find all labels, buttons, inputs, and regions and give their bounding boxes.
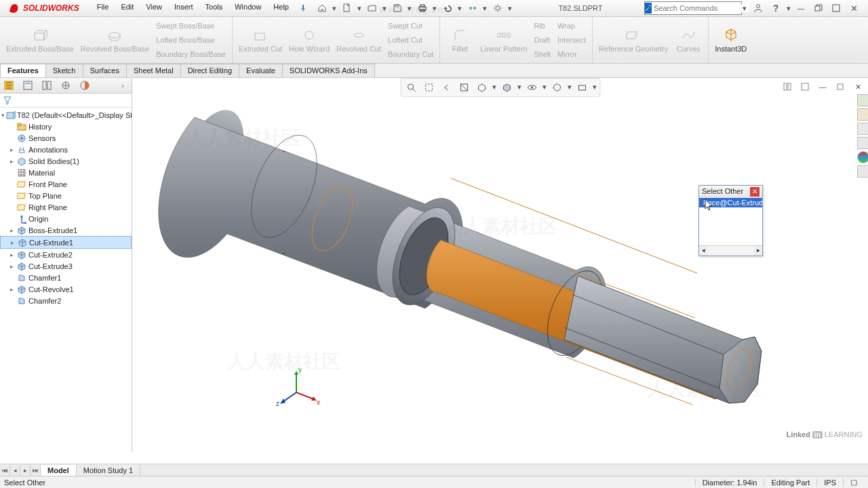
menu-file[interactable]: File [92,1,115,16]
tree-item[interactable]: ▸Solid Bodies(1) [0,155,132,167]
revolved-cut-button[interactable]: Revolved Cut [334,18,383,62]
rib-button[interactable]: Rib [532,21,552,30]
swept-boss-button[interactable]: Swept Boss/Base [154,21,228,30]
dropdown-arrow-icon[interactable]: ▾ [357,1,362,15]
displaymanager-icon[interactable] [79,79,91,92]
tree-root[interactable]: ▾ T82 (Default<<Default>_Display State 1 [0,109,132,121]
extruded-cut-button[interactable]: Extruded Cut [237,18,284,62]
hole-wizard-button[interactable]: Hole Wizard [287,18,332,62]
tab-nav-next-icon[interactable]: ▸ [20,465,31,476]
bottom-tab-motion[interactable]: Motion Study 1 [77,465,140,476]
bottom-tab-model[interactable]: Model [41,465,77,476]
scroll-left-icon[interactable]: ◂ [699,246,707,256]
tab-nav-prev-icon[interactable]: ◂ [10,465,20,476]
dropdown-arrow-icon[interactable]: ▾ [458,1,462,15]
menu-help[interactable]: Help [268,1,294,16]
minimize-icon[interactable]: — [793,1,808,16]
configmanager-icon[interactable] [41,79,53,92]
tree-item[interactable]: History [0,121,132,132]
dropdown-arrow-icon[interactable]: ▾ [786,1,791,15]
select-other-titlebar[interactable]: Select Other ✕ [699,186,762,198]
status-units[interactable]: IPS [816,479,843,487]
tab-features[interactable]: Features [0,64,46,77]
tree-item[interactable]: ▸Cut-Extrude3 [0,260,132,272]
options-icon[interactable] [490,1,505,16]
pin-icon[interactable] [296,1,311,16]
tree-item[interactable]: Right Plane [0,201,132,213]
boundary-cut-button[interactable]: Boundary Cut [386,49,435,59]
menu-window[interactable]: Window [229,1,267,16]
restore-icon[interactable] [811,1,826,16]
tree-item[interactable]: Material [0,167,132,178]
mirror-button[interactable]: Mirror [555,49,588,59]
revolved-boss-button[interactable]: Revolved Boss/Base [79,18,152,62]
tree-item[interactable]: ▸Cut-Revolve1 [0,283,132,295]
tab-nav-last-icon[interactable]: ⏭ [31,465,41,476]
open-icon[interactable] [365,1,380,16]
close-icon[interactable]: ✕ [846,1,861,16]
dropdown-arrow-icon[interactable]: ▾ [332,1,337,15]
curves-button[interactable]: Curves [673,18,704,62]
draft-button[interactable]: Draft [532,35,552,45]
dimxpert-icon[interactable] [60,79,72,92]
tab-evaluate[interactable]: Evaluate [239,64,283,77]
tab-direct-editing[interactable]: Direct Editing [180,64,239,77]
propertymanager-icon[interactable] [22,79,34,92]
graphics-viewport[interactable]: ▾ ▾ ▾ ▾ ▾ — ✕ [132,78,868,452]
user-icon[interactable] [751,1,766,16]
scroll-right-icon[interactable]: ▸ [754,246,762,256]
model-3d-view[interactable] [132,83,868,449]
tree-item[interactable]: Chamfer1 [0,272,132,283]
tree-item[interactable]: ▸Annotations [0,144,132,155]
lofted-cut-button[interactable]: Lofted Cut [386,35,435,45]
panel-expand-icon[interactable]: › [117,79,129,92]
intersect-button[interactable]: Intersect [555,35,588,45]
tree-item[interactable]: ▸Cut-Extrude2 [0,249,132,260]
new-icon[interactable] [340,1,355,16]
menu-tools[interactable]: Tools [200,1,229,16]
svg-point-8 [757,5,760,8]
dropdown-arrow-icon[interactable]: ▾ [742,1,747,15]
search-input[interactable] [652,4,749,12]
status-extra-icon[interactable]: ▢ [843,478,864,487]
reference-geometry-button[interactable]: Reference Geometry [597,18,670,62]
feature-tree[interactable]: ▾ T82 (Default<<Default>_Display State 1… [0,108,132,452]
tree-item[interactable]: Top Plane [0,190,132,201]
extruded-boss-button[interactable]: Extruded Boss/Base [4,18,76,62]
tab-surfaces[interactable]: Surfaces [83,64,127,77]
search-commands-box[interactable] [644,1,742,15]
instant3d-button[interactable]: Instant3D [713,18,749,62]
home-icon[interactable] [315,1,330,16]
rebuild-icon[interactable] [465,1,480,16]
featuremanager-icon[interactable] [3,79,15,92]
orientation-triad[interactable]: y x z [276,364,323,411]
tab-sheet-metal[interactable]: Sheet Metal [126,64,181,77]
tree-item[interactable]: Chamfer2 [0,295,132,306]
dropdown-arrow-icon[interactable]: ▾ [483,1,488,15]
menu-insert[interactable]: Insert [169,1,199,16]
tab-addins[interactable]: SOLIDWORKS Add-Ins [282,64,375,77]
shell-button[interactable]: Shell [532,49,552,59]
help-icon[interactable]: ? [768,1,783,16]
select-other-item[interactable]: Face@Cut-Extrude [699,198,762,207]
select-other-close-icon[interactable]: ✕ [750,187,760,197]
tree-item[interactable]: ▸Cut-Extrude1 [0,236,132,249]
select-other-scrollbar[interactable]: ◂ ▸ [699,245,762,256]
swept-cut-button[interactable]: Swept Cut [386,21,435,30]
linear-pattern-button[interactable]: Linear Pattern [478,18,529,62]
menu-edit[interactable]: Edit [115,1,139,16]
tab-sketch[interactable]: Sketch [45,64,83,77]
menu-view[interactable]: View [140,1,167,16]
tree-item[interactable]: ▸Boss-Extrude1 [0,224,132,236]
wrap-button[interactable]: Wrap [555,21,588,30]
maximize-icon[interactable] [829,1,844,16]
dropdown-arrow-icon[interactable]: ▾ [508,1,513,15]
lofted-boss-button[interactable]: Lofted Boss/Base [154,35,228,45]
tree-item[interactable]: Front Plane [0,178,132,190]
tree-item[interactable]: Sensors [0,132,132,144]
fillet-button[interactable]: Fillet [444,18,475,62]
tab-nav-first-icon[interactable]: ⏮ [0,465,10,476]
tree-item[interactable]: Origin [0,213,132,224]
boundary-boss-button[interactable]: Boundary Boss/Base [154,49,228,59]
filter-icon[interactable] [3,96,12,105]
